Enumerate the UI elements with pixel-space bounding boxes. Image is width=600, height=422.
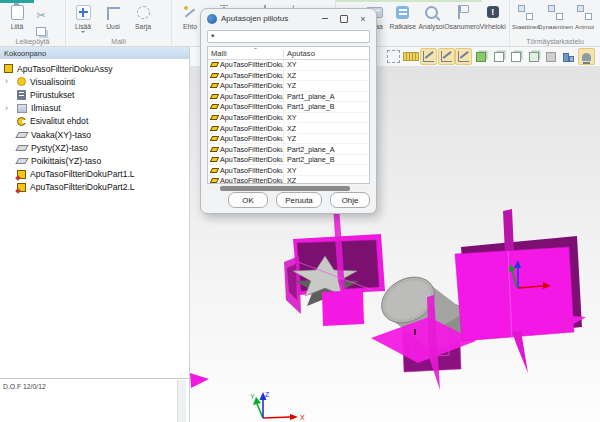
aux-plane-blade-bottom[interactable] bbox=[512, 331, 528, 373]
solve-button[interactable]: Ratkaise bbox=[389, 2, 418, 36]
table-row[interactable]: ApuTasoFiltteriDokuPart2Part2_plane_A bbox=[208, 144, 369, 155]
outline-view-cube-icon[interactable] bbox=[525, 48, 542, 65]
column-header-malli[interactable]: Malli ˆ bbox=[208, 49, 284, 58]
table-row[interactable]: ApuTasoFiltteriDokuAssyYZ bbox=[208, 81, 369, 92]
tree-item-drawings[interactable]: Piirustukset bbox=[0, 88, 189, 101]
ruler-icon[interactable] bbox=[403, 48, 420, 65]
dynamic-check-button[interactable]: Dynaaminen bbox=[540, 2, 571, 36]
tree-item-preselected-constraints[interactable]: Esivalitut ehdot bbox=[0, 115, 189, 128]
part-number-button[interactable]: Osanumero bbox=[446, 2, 479, 36]
plane-icon bbox=[210, 126, 219, 131]
table-row[interactable]: ApuTasoFiltteriDokuPart2Part2_plane_B bbox=[208, 155, 369, 166]
table-row[interactable]: ApuTasoFiltteriDokuPart1YZ bbox=[208, 134, 369, 145]
close-icon[interactable]: × bbox=[357, 13, 369, 25]
table-row[interactable]: ApuTasoFiltteriDokuPart2XZ bbox=[208, 176, 369, 184]
animate-collision-icon bbox=[577, 5, 592, 20]
help-button[interactable]: Ohje bbox=[330, 192, 370, 208]
tree-item-appearances[interactable]: Ilmiasut bbox=[0, 102, 189, 115]
gray-box-icon[interactable] bbox=[543, 48, 560, 65]
expand-chevron-icon[interactable] bbox=[5, 102, 8, 115]
scrollbar-thumb[interactable] bbox=[220, 186, 350, 191]
expand-chevron-icon[interactable] bbox=[5, 75, 8, 88]
plane-icon bbox=[15, 158, 28, 164]
aux-plane-large[interactable] bbox=[455, 247, 574, 341]
ribbon-group-clipboard: Liitä Leikepöytä bbox=[0, 0, 66, 46]
visualization-icon bbox=[17, 77, 26, 86]
table-row[interactable]: ApuTasoFiltteriDokuPart1Part1_plane_A bbox=[208, 92, 369, 103]
tree-item-part2[interactable]: ApuTasoFiltteriDokuPart2.L bbox=[0, 181, 189, 194]
tree-item-xy-plane[interactable]: Vaaka(XY)-taso bbox=[0, 128, 189, 141]
tree-item-xz-plane[interactable]: Pysty(XZ)-taso bbox=[0, 141, 189, 154]
paste-clipboard-icon bbox=[11, 5, 24, 20]
dialog-titlebar[interactable]: Aputasojen piilotus × bbox=[201, 9, 376, 28]
drawings-icon bbox=[17, 90, 26, 100]
assembly-tree: ApuTasoFiltteriDokuAssy Visualisointi Pi… bbox=[0, 59, 189, 379]
minimize-button[interactable] bbox=[319, 13, 331, 25]
series-button[interactable]: Sarja bbox=[128, 2, 158, 36]
table-row[interactable]: ApuTasoFiltteriDokuPart1Part1_plane_B bbox=[208, 102, 369, 113]
light-icon[interactable] bbox=[578, 48, 595, 65]
condition-wand-icon bbox=[183, 5, 198, 20]
measure-angle-icon[interactable] bbox=[438, 48, 455, 65]
plane-icon bbox=[210, 104, 219, 109]
measure-radius-icon[interactable] bbox=[455, 48, 472, 65]
tree-item-label: Piirustukset bbox=[30, 90, 74, 100]
shaded-view-cube-icon[interactable] bbox=[473, 48, 490, 65]
preselected-constraints-icon bbox=[17, 117, 26, 126]
new-button[interactable]: Uusi bbox=[98, 2, 128, 36]
tree-item-yz-plane[interactable]: Poikittais(YZ)-taso bbox=[0, 154, 189, 167]
plane-icon bbox=[210, 83, 219, 88]
dialog-title: Aputasojen piilotus bbox=[221, 14, 288, 23]
cancel-button[interactable]: Peruuta bbox=[276, 192, 322, 208]
tree-item-assembly-root[interactable]: ApuTasoFiltteriDokuAssy bbox=[0, 62, 189, 75]
table-row[interactable]: ApuTasoFiltteriDokuPart2XY bbox=[208, 165, 369, 176]
analyze-button[interactable]: Analysoi bbox=[417, 2, 446, 36]
tree-item-label: ApuTasoFiltteriDokuAssy bbox=[17, 64, 113, 74]
appearances-icon bbox=[17, 104, 27, 113]
scissors-icon[interactable] bbox=[36, 5, 45, 23]
copy-icon[interactable] bbox=[36, 27, 46, 36]
solve-equals-icon bbox=[396, 6, 409, 19]
part-icon bbox=[17, 183, 26, 192]
table-row[interactable]: ApuTasoFiltteriDokuPart1XZ bbox=[208, 123, 369, 134]
wireframe-view-cube-icon[interactable] bbox=[490, 48, 507, 65]
ok-button[interactable]: OK bbox=[228, 192, 268, 208]
tree-item-part1[interactable]: ApuTasoFiltteriDokuPart1.L bbox=[0, 168, 189, 181]
paste-button[interactable]: Liitä bbox=[2, 2, 32, 36]
filter-input[interactable] bbox=[207, 30, 370, 43]
error-log-button[interactable]: Virheloki bbox=[479, 2, 508, 36]
plane-icon bbox=[210, 115, 219, 120]
tree-item-label: ApuTasoFiltteriDokuPart1.L bbox=[30, 169, 135, 179]
world-y-axis bbox=[257, 404, 263, 418]
selection-frame-icon[interactable] bbox=[385, 48, 402, 65]
axis-label-x: X bbox=[300, 414, 305, 421]
column-header-aputaso[interactable]: Aputaso bbox=[284, 49, 369, 58]
scrollbar-track[interactable] bbox=[177, 380, 186, 422]
tree-item-label: Ilmiasut bbox=[31, 103, 61, 113]
tree-item-visualization[interactable]: Visualisointi bbox=[0, 75, 189, 88]
tree-item-label: Esivalitut ehdot bbox=[30, 116, 88, 126]
tree-item-label: Pysty(XZ)-taso bbox=[31, 143, 88, 153]
aux-plane-bottom[interactable] bbox=[322, 290, 364, 326]
table-row[interactable]: ApuTasoFiltteriDokuAssyXZ bbox=[208, 71, 369, 82]
hiddenline-view-cube-icon[interactable] bbox=[508, 48, 525, 65]
group-label: Malli bbox=[66, 38, 171, 45]
button-label: Ehto bbox=[183, 23, 197, 30]
animate-button[interactable]: Animoi bbox=[571, 2, 598, 36]
button-label: Ratkaise bbox=[390, 23, 416, 30]
tree-item-label: Vaaka(XY)-taso bbox=[31, 130, 91, 140]
button-label: Sarja bbox=[135, 23, 151, 30]
assembly-blocks-icon[interactable] bbox=[560, 48, 577, 65]
static-check-button[interactable]: Staattinen bbox=[512, 2, 540, 36]
part-icon bbox=[17, 170, 26, 179]
table-row[interactable]: ApuTasoFiltteriDokuAssyXY bbox=[208, 60, 369, 71]
world-x-axis bbox=[263, 417, 290, 418]
horizontal-scrollbar[interactable] bbox=[207, 186, 370, 191]
error-log-icon bbox=[487, 6, 499, 18]
measure-distance-icon[interactable] bbox=[420, 48, 437, 65]
add-button[interactable]: Lisää bbox=[68, 2, 98, 36]
table-row[interactable]: ApuTasoFiltteriDokuPart1XY bbox=[208, 113, 369, 124]
table-header[interactable]: Malli ˆ Aputaso bbox=[208, 47, 369, 60]
maximize-button[interactable] bbox=[338, 13, 350, 25]
aux-plane-fragment[interactable] bbox=[190, 373, 209, 388]
